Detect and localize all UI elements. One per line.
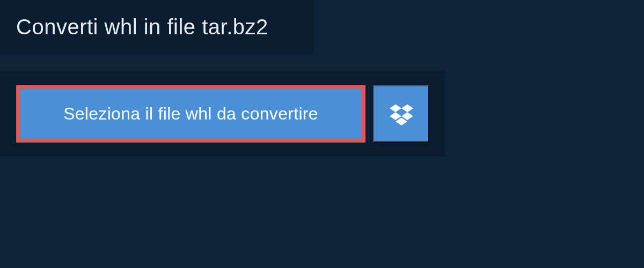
header-panel: Converti whl in file tar.bz2	[0, 0, 314, 54]
dropbox-button[interactable]	[373, 85, 429, 143]
upload-panel: Seleziona il file whl da convertire	[0, 71, 445, 157]
dropbox-icon	[390, 102, 413, 126]
page-title: Converti whl in file tar.bz2	[16, 15, 298, 39]
select-file-button[interactable]: Seleziona il file whl da convertire	[16, 85, 365, 143]
